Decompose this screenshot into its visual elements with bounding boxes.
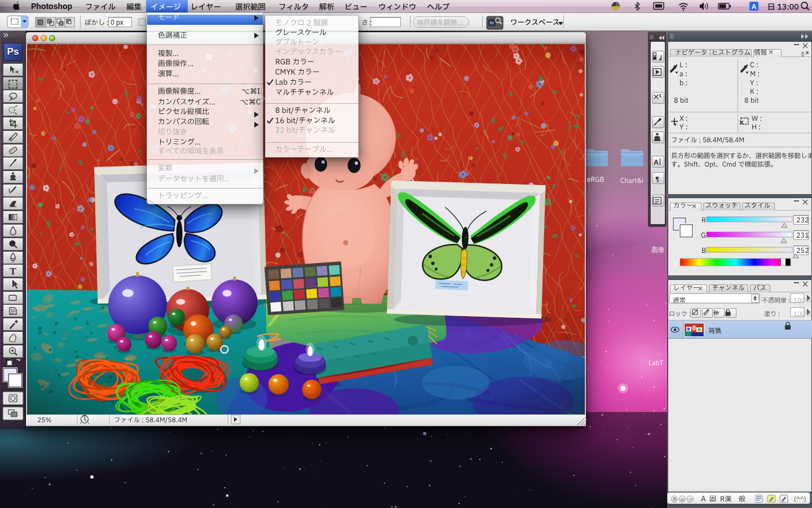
svg-text:Br: Br	[490, 20, 495, 25]
svg-text:T: T	[10, 266, 16, 277]
svg-text:A: A	[752, 3, 757, 11]
svg-text:¶: ¶	[655, 175, 659, 183]
svg-text:A: A	[654, 159, 659, 167]
